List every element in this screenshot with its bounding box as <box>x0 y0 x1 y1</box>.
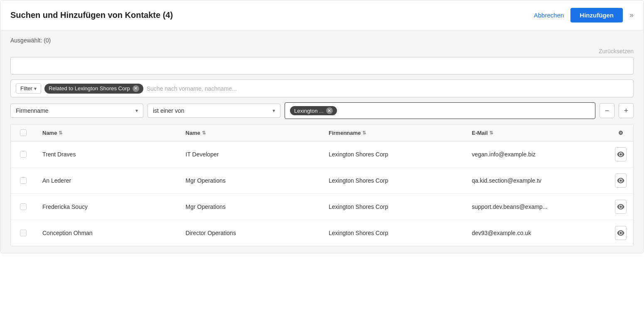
row-action-3 <box>608 220 633 246</box>
row-name-0: Trent Draves <box>36 145 179 164</box>
selected-count: Ausgewählt: (0) <box>10 37 634 44</box>
row-email-2: support.dev.beans@examp... <box>465 198 609 216</box>
th-name1: Name ⇅ <box>36 125 179 141</box>
row-select-checkbox-2[interactable] <box>20 203 27 210</box>
row-email-1: qa.kid.section@example.tv <box>465 171 609 190</box>
filter-tag-label: Related to Lexington Shores Corp <box>49 85 130 92</box>
condition-operator-select[interactable]: ist einer von ▾ <box>147 104 280 118</box>
modal-header: Suchen und Hinzufügen von Kontakte (4) A… <box>0 0 644 30</box>
view-button-0[interactable] <box>615 147 627 161</box>
more-icon[interactable]: » <box>629 11 634 20</box>
row-company-0: Lexington Shores Corp <box>322 145 465 164</box>
filter-search-placeholder: Suche nach vorname, nachname... <box>147 85 237 92</box>
condition-operator-chevron-icon: ▾ <box>273 108 275 114</box>
cancel-button[interactable]: Abbrechen <box>534 12 564 19</box>
search-input-wrapper <box>10 57 634 74</box>
row-checkbox-0 <box>11 145 36 164</box>
row-title-3: Director Operations <box>179 224 322 242</box>
row-email-0: vegan.info@example.biz <box>465 145 609 164</box>
view-button-3[interactable] <box>615 226 627 240</box>
table-row: Conception Ohman Director Operations Lex… <box>11 220 633 246</box>
th-name2-sort-icon[interactable]: ⇅ <box>202 130 206 136</box>
row-title-2: Mgr Operations <box>179 198 322 216</box>
th-firmenname-sort-icon[interactable]: ⇅ <box>362 130 366 136</box>
row-title-1: Mgr Operations <box>179 171 322 190</box>
contacts-table: Name ⇅ Name ⇅ Firmenname ⇅ E-Mail ⇅ ⚙ <box>10 124 634 246</box>
condition-value-tag-close-button[interactable]: ✕ <box>326 107 333 114</box>
select-all-checkbox[interactable] <box>20 129 27 136</box>
condition-value-box[interactable]: Lexington ... ✕ <box>285 102 595 119</box>
table-header: Name ⇅ Name ⇅ Firmenname ⇅ E-Mail ⇅ ⚙ <box>11 124 633 141</box>
row-action-1 <box>608 168 633 193</box>
row-email-3: dev93@example.co.uk <box>465 224 609 242</box>
row-select-checkbox-3[interactable] <box>20 230 27 236</box>
filter-button-label: Filter <box>20 85 32 92</box>
row-checkbox-3 <box>11 224 36 242</box>
row-company-2: Lexington Shores Corp <box>322 198 465 216</box>
row-select-checkbox-1[interactable] <box>20 177 27 184</box>
condition-value-label: Lexington ... <box>294 108 324 114</box>
row-checkbox-1 <box>11 171 36 190</box>
search-input[interactable] <box>16 57 628 74</box>
modal-body: Ausgewählt: (0) Zurücksetzen Filter ▾ Re… <box>0 30 644 253</box>
th-name2: Name ⇅ <box>179 125 322 141</box>
filter-tag: Related to Lexington Shores Corp ✕ <box>44 84 143 94</box>
condition-row: Firmenname ▾ ist einer von ▾ Lexington .… <box>10 102 634 119</box>
th-name1-sort-icon[interactable]: ⇅ <box>59 130 62 136</box>
th-email: E-Mail ⇅ <box>465 125 609 141</box>
row-company-3: Lexington Shores Corp <box>322 224 465 242</box>
filter-button[interactable]: Filter ▾ <box>16 83 41 94</box>
th-email-sort-icon[interactable]: ⇅ <box>489 130 493 136</box>
table-row: Fredericka Soucy Mgr Operations Lexingto… <box>11 194 633 220</box>
header-actions: Abbrechen Hinzufügen » <box>534 8 634 22</box>
th-firmenname-label: Firmenname <box>329 130 361 136</box>
condition-field-label: Firmenname <box>16 107 49 114</box>
th-firmenname: Firmenname ⇅ <box>322 125 465 141</box>
row-title-0: IT Developer <box>179 145 322 164</box>
filter-tag-close-button[interactable]: ✕ <box>133 85 139 92</box>
row-action-0 <box>608 141 633 167</box>
filter-chevron-down-icon: ▾ <box>34 86 37 92</box>
condition-value-tag: Lexington ... ✕ <box>290 106 337 115</box>
add-condition-button[interactable]: + <box>619 103 634 118</box>
row-name-2: Fredericka Soucy <box>36 198 179 216</box>
row-select-checkbox-0[interactable] <box>20 151 27 158</box>
row-name-1: An Lederer <box>36 171 179 190</box>
reset-button[interactable]: Zurücksetzen <box>599 48 634 54</box>
th-settings: ⚙ <box>608 125 633 141</box>
th-email-label: E-Mail <box>472 130 488 136</box>
row-name-3: Conception Ohman <box>36 224 179 242</box>
row-checkbox-2 <box>11 198 36 216</box>
condition-operator-label: ist einer von <box>153 107 184 114</box>
modal-container: Suchen und Hinzufügen von Kontakte (4) A… <box>0 0 644 253</box>
condition-field-chevron-icon: ▾ <box>135 108 138 114</box>
table-rows-container: Trent Draves IT Developer Lexington Shor… <box>11 141 633 246</box>
th-name2-label: Name <box>186 130 200 136</box>
view-button-2[interactable] <box>615 200 627 214</box>
th-checkbox <box>11 124 36 141</box>
row-action-2 <box>608 194 633 220</box>
th-name1-label: Name <box>42 130 57 136</box>
reset-row: Zurücksetzen <box>10 48 634 54</box>
row-company-1: Lexington Shores Corp <box>322 171 465 190</box>
settings-gear-icon[interactable]: ⚙ <box>618 130 623 136</box>
remove-condition-button[interactable]: − <box>600 103 615 118</box>
eye-icon <box>617 204 624 210</box>
table-row: An Lederer Mgr Operations Lexington Shor… <box>11 168 633 194</box>
condition-field-select[interactable]: Firmenname ▾ <box>10 104 143 118</box>
modal-title: Suchen und Hinzufügen von Kontakte (4) <box>10 10 173 20</box>
filter-row: Filter ▾ Related to Lexington Shores Cor… <box>10 79 634 97</box>
eye-icon <box>617 230 624 236</box>
add-button[interactable]: Hinzufügen <box>570 8 623 22</box>
eye-icon <box>617 178 624 183</box>
table-row: Trent Draves IT Developer Lexington Shor… <box>11 141 633 168</box>
view-button-1[interactable] <box>615 173 627 188</box>
eye-icon <box>617 151 624 157</box>
